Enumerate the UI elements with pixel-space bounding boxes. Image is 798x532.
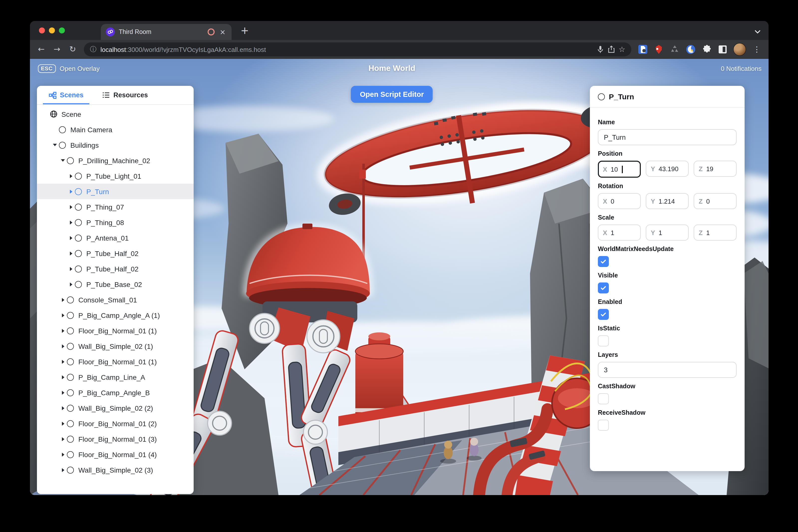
enabled-checkbox[interactable]: [598, 309, 609, 320]
tree-item-label: Main Camera: [70, 126, 112, 133]
tree-item-p-tube-light-01[interactable]: P_Tube_Light_01: [37, 168, 194, 184]
tree-item-scene[interactable]: Scene: [37, 106, 194, 122]
name-input-value: P_Turn: [604, 133, 626, 141]
scale-x-input[interactable]: X1: [598, 225, 641, 241]
chevron-right-icon[interactable]: [60, 421, 66, 425]
chevron-right-icon[interactable]: [68, 251, 74, 255]
forward-button[interactable]: →: [50, 40, 64, 59]
minimize-window-button[interactable]: [49, 27, 55, 34]
back-button[interactable]: ←: [34, 40, 49, 59]
tree-item-label: Floor_Big_Normal_01 (2): [78, 419, 157, 428]
recycle-extension-icon[interactable]: [669, 44, 680, 55]
new-tab-button[interactable]: +: [238, 24, 252, 36]
chevron-down-icon[interactable]: [60, 159, 66, 162]
layers-input[interactable]: 3: [598, 362, 737, 378]
chevron-down-icon[interactable]: [52, 144, 58, 146]
puzzle-extensions-icon[interactable]: [701, 44, 712, 55]
chevron-right-icon[interactable]: [60, 313, 66, 317]
tree-item-wall-big-simple-02-1-[interactable]: Wall_Big_Simple_02 (1): [37, 338, 194, 354]
tree-item-p-antena-01[interactable]: P_Antena_01: [37, 230, 194, 246]
tree-item-floor-big-normal-01-4-[interactable]: Floor_Big_Normal_01 (4): [37, 446, 194, 462]
chevron-right-icon[interactable]: [60, 329, 66, 332]
tree-item-wall-big-simple-02-3-[interactable]: Wall_Big_Simple_02 (3): [37, 462, 194, 478]
tab-close-icon[interactable]: ×: [219, 27, 227, 36]
tree-item-floor-big-normal-01-1-[interactable]: Floor_Big_Normal_01 (1): [37, 323, 194, 338]
tree-item-p-big-camp-line-a[interactable]: P_Big_Camp_Line_A: [37, 369, 194, 385]
position-x-input[interactable]: X10: [598, 161, 641, 178]
browser-tab[interactable]: Third Room ×: [101, 24, 232, 40]
tree-item-label: Console_Small_01: [78, 296, 137, 304]
open-script-editor-button[interactable]: Open Script Editor: [351, 86, 433, 103]
chevron-right-icon[interactable]: [60, 406, 66, 410]
tree-item-floor-big-normal-01-3-[interactable]: Floor_Big_Normal_01 (3): [37, 431, 194, 446]
open-overlay-control[interactable]: ESC Open Overlay: [38, 64, 99, 73]
tree-item-p-big-camp-angle-b[interactable]: P_Big_Camp_Angle_B: [37, 385, 194, 400]
tree-item-p-thing-08[interactable]: P_Thing_08: [37, 214, 194, 230]
list-icon: [102, 92, 110, 98]
share-icon[interactable]: [608, 45, 614, 53]
chevron-right-icon[interactable]: [68, 220, 74, 224]
tree-item-p-tube-half-02[interactable]: P_Tube_Half_02: [37, 261, 194, 277]
dark-reader-extension-icon[interactable]: [685, 44, 696, 55]
chevron-right-icon[interactable]: [60, 298, 66, 302]
tree-item-p-thing-07[interactable]: P_Thing_07: [37, 199, 194, 214]
chevron-right-icon[interactable]: [60, 452, 66, 456]
chevron-right-icon[interactable]: [60, 437, 66, 441]
chevron-right-icon[interactable]: [68, 174, 74, 178]
world-viewport[interactable]: ESC Open Overlay Home World 0 Notificati…: [30, 59, 768, 495]
position-y-input[interactable]: Y43.190: [646, 161, 689, 177]
fullscreen-window-button[interactable]: [59, 27, 65, 34]
bookmark-star-icon[interactable]: ☆: [619, 45, 625, 54]
url-bar[interactable]: ⓘ localhost:3000/world/!vjrzmTVOcyIsLgaA…: [84, 42, 631, 56]
tree-item-p-tube-half-02[interactable]: P_Tube_Half_02: [37, 246, 194, 261]
chevron-right-icon[interactable]: [60, 468, 66, 472]
tree-item-wall-big-simple-02-2-[interactable]: Wall_Big_Simple_02 (2): [37, 400, 194, 416]
microphone-icon[interactable]: [596, 45, 604, 53]
sidebar-icon[interactable]: [717, 44, 728, 55]
chevron-right-icon[interactable]: [68, 189, 74, 193]
scale-z-input[interactable]: Z1: [694, 225, 737, 241]
scale-y-input[interactable]: Y1: [646, 225, 689, 241]
tab-scenes[interactable]: Scenes: [43, 86, 90, 104]
node-circle-icon: [67, 358, 74, 365]
chevron-right-icon[interactable]: [68, 267, 74, 271]
tab-search-chevron-icon[interactable]: [755, 27, 761, 36]
name-input[interactable]: P_Turn: [598, 129, 737, 145]
tree-item-p-tube-base-02[interactable]: P_Tube_Base_02: [37, 277, 194, 292]
tree-item-floor-big-normal-01-1-[interactable]: Floor_Big_Normal_01 (1): [37, 354, 194, 369]
red-extension-icon[interactable]: [653, 44, 664, 55]
chevron-right-icon[interactable]: [68, 282, 74, 286]
tree-item-p-drilling-machine-02[interactable]: P_Drilling_Machine_02: [37, 153, 194, 168]
rotation-y-input[interactable]: Y1.214: [646, 193, 689, 209]
chevron-right-icon[interactable]: [60, 360, 66, 364]
tree-item-p-turn[interactable]: P_Turn: [37, 184, 194, 199]
chevron-right-icon[interactable]: [60, 344, 66, 348]
isstatic-checkbox[interactable]: [598, 335, 609, 346]
reload-button[interactable]: ↻: [65, 40, 80, 59]
site-info-icon[interactable]: ⓘ: [90, 45, 96, 54]
rotation-z-input[interactable]: Z0: [694, 193, 737, 209]
castshadow-checkbox[interactable]: [598, 393, 609, 404]
profile-avatar[interactable]: [733, 43, 746, 56]
tree-item-label: P_Tube_Light_01: [86, 172, 141, 180]
tree-item-main-camera[interactable]: Main Camera: [37, 122, 194, 137]
receiveshadow-checkbox[interactable]: [598, 420, 609, 431]
position-z-input[interactable]: Z19: [694, 161, 737, 177]
chevron-right-icon[interactable]: [68, 205, 74, 209]
chevron-right-icon[interactable]: [68, 236, 74, 240]
tree-item-p-big-camp-angle-a-1-[interactable]: P_Big_Camp_Angle_A (1): [37, 307, 194, 323]
browser-menu-icon[interactable]: ⋮: [749, 45, 764, 54]
tab-resources[interactable]: Resources: [97, 86, 154, 104]
close-window-button[interactable]: [39, 27, 45, 34]
tree-item-console-small-01[interactable]: Console_Small_01: [37, 292, 194, 307]
rotation-x-input[interactable]: X0: [598, 193, 641, 209]
chevron-right-icon[interactable]: [60, 375, 66, 379]
tree-item-label: Wall_Big_Simple_02 (3): [78, 466, 153, 474]
password-manager-extension-icon[interactable]: [637, 44, 648, 55]
worldmatrix-checkbox[interactable]: [598, 256, 609, 267]
chevron-right-icon[interactable]: [60, 391, 66, 395]
visible-checkbox[interactable]: [598, 283, 609, 293]
tab-scenes-label: Scenes: [60, 91, 83, 99]
tree-item-buildings[interactable]: Buildings: [37, 137, 194, 153]
tree-item-floor-big-normal-01-2-[interactable]: Floor_Big_Normal_01 (2): [37, 416, 194, 431]
